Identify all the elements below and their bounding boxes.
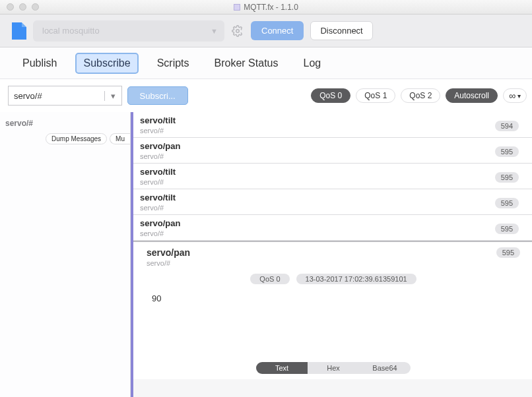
detail-payload: 90 — [147, 284, 520, 358]
msg-topic: servo/pan — [140, 141, 180, 151]
chevron-down-icon: ▼ — [211, 27, 218, 35]
qos2-pill[interactable]: QoS 2 — [401, 88, 440, 103]
dump-messages-button[interactable]: Dump Messages — [46, 133, 107, 144]
gear-icon[interactable] — [231, 24, 244, 38]
subscribe-bar: servo/# ▾ Subscri... QoS 0 QoS 1 QoS 2 A… — [0, 79, 532, 112]
message-row[interactable]: servo/panservo/# 595 — [133, 215, 532, 241]
toolbar: local mosquitto ▼ Connect Disconnect — [0, 15, 532, 47]
window-title: MQTT.fx - 1.1.0 — [244, 3, 298, 12]
svg-point-0 — [236, 29, 240, 32]
profile-select[interactable]: local mosquitto ▼ — [33, 20, 224, 42]
message-row[interactable]: servo/tiltservo/# 594 — [133, 112, 532, 138]
msg-sub: servo/# — [140, 152, 180, 160]
tabs: Publish Subscribe Scripts Broker Status … — [0, 47, 532, 79]
disconnect-button[interactable]: Disconnect — [310, 21, 372, 40]
message-detail: servo/pan servo/# 595 QoS 0 13-03-2017 1… — [133, 241, 532, 379]
msg-topic: servo/pan — [140, 218, 180, 228]
msg-id-badge: 595 — [495, 146, 519, 157]
tab-broker-status[interactable]: Broker Status — [208, 54, 285, 73]
msg-topic: servo/tilt — [140, 193, 176, 202]
topic-value: servo/# — [9, 91, 104, 101]
message-row[interactable]: servo/panservo/# 595 — [133, 138, 532, 164]
document-icon[interactable] — [12, 22, 26, 40]
tab-publish[interactable]: Publish — [16, 54, 63, 73]
format-hex[interactable]: Hex — [308, 362, 359, 374]
msg-id-badge: 595 — [495, 198, 519, 208]
mute-button[interactable]: Mu — [110, 133, 130, 144]
msg-sub: servo/# — [140, 204, 176, 212]
detail-time: 13-03-2017 17:02:39.61359101 — [296, 274, 416, 284]
msg-topic: servo/tilt — [140, 115, 176, 125]
chevron-down-icon[interactable]: ▾ — [104, 91, 121, 101]
detail-id-badge: 595 — [496, 247, 520, 258]
settings-pill[interactable]: ∞▾ — [503, 88, 527, 103]
format-selector: Text Hex Base64 — [147, 358, 520, 374]
msg-id-badge: 595 — [495, 172, 519, 183]
msg-topic: servo/tilt — [140, 167, 176, 177]
tab-log[interactable]: Log — [296, 54, 327, 73]
chevron-down-icon: ▾ — [517, 92, 521, 100]
subscribe-button[interactable]: Subscri... — [127, 86, 188, 105]
tab-subscribe[interactable]: Subscribe — [75, 53, 138, 74]
msg-sub: servo/# — [140, 127, 176, 135]
message-list[interactable]: servo/tiltservo/# 594 servo/panservo/# 5… — [133, 112, 532, 241]
profile-label: local mosquitto — [42, 26, 100, 36]
msg-id-badge: 595 — [495, 224, 519, 234]
app-icon — [234, 4, 240, 11]
detail-topic: servo/pan — [147, 247, 190, 258]
qos1-pill[interactable]: QoS 1 — [356, 88, 395, 103]
format-base64[interactable]: Base64 — [359, 362, 411, 374]
autoscroll-pill[interactable]: Autoscroll — [446, 88, 498, 103]
msg-id-badge: 594 — [495, 121, 519, 131]
message-row[interactable]: servo/tiltservo/# 595 — [133, 189, 532, 215]
tab-scripts[interactable]: Scripts — [150, 54, 196, 73]
content: servo/tiltservo/# 594 servo/panservo/# 5… — [131, 112, 532, 397]
qos0-pill[interactable]: QoS 0 — [311, 88, 350, 103]
sidebar-topic[interactable]: servo/# — [0, 112, 130, 133]
msg-sub: servo/# — [140, 178, 176, 186]
topic-input[interactable]: servo/# ▾ — [8, 86, 122, 106]
titlebar: MQTT.fx - 1.1.0 — [0, 0, 532, 15]
detail-qos: QoS 0 — [250, 274, 289, 284]
detail-sub: servo/# — [147, 259, 190, 267]
sidebar: servo/# Dump Messages Mu — [0, 112, 131, 397]
message-row[interactable]: servo/tiltservo/# 595 — [133, 164, 532, 189]
link-icon: ∞ — [509, 90, 515, 101]
msg-sub: servo/# — [140, 229, 180, 237]
format-text[interactable]: Text — [256, 362, 308, 374]
main: servo/# Dump Messages Mu servo/tiltservo… — [0, 112, 532, 397]
connect-button[interactable]: Connect — [251, 21, 304, 40]
